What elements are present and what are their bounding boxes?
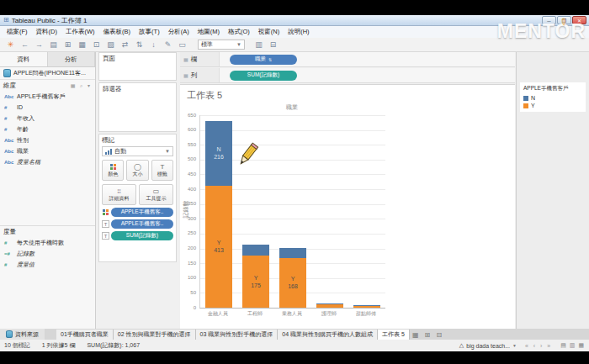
bar-segment[interactable] <box>316 303 343 308</box>
filters-card[interactable]: 篩選器 <box>98 82 177 132</box>
undo-icon[interactable]: ← <box>19 40 31 49</box>
rows-shelf-area[interactable]: SUM(記錄數) <box>219 68 515 82</box>
x-category-label: 工程師 <box>236 310 273 318</box>
legend-item-label: Y <box>531 103 535 108</box>
worksheet-tab-0[interactable]: 01手機購買者職業 <box>56 330 114 340</box>
marks-pills: APPLE手機舊客..TAPPLE手機舊客..TSUM(記錄數) <box>102 208 173 240</box>
labels-icon[interactable]: ▭ <box>176 40 188 49</box>
view-toggle-icons[interactable]: ▤ ▥ ▦ <box>560 342 585 349</box>
mark-type-dropdown[interactable]: 自動 ▼ <box>102 146 173 156</box>
field-item[interactable]: #ID <box>0 102 95 113</box>
field-item[interactable]: Abc度量名稱 <box>0 156 95 167</box>
new-data-source-icon[interactable]: ⊞ <box>61 40 74 49</box>
grid-icon: ▦ <box>183 56 188 62</box>
fit-dropdown-value: 標準 <box>201 40 213 49</box>
data-pane-tab-data[interactable]: 資料 <box>0 52 48 66</box>
redo-icon[interactable]: → <box>33 40 45 49</box>
columns-shelf-area[interactable]: 職業⇅ <box>219 52 515 66</box>
account-menu[interactable]: △ big dada teach... ▼ <box>459 342 517 349</box>
menu-item-5[interactable]: 分析(A) <box>164 28 194 36</box>
legend-item[interactable]: N <box>523 94 582 102</box>
legend-item[interactable]: Y <box>523 102 582 109</box>
save-icon[interactable]: ▤ <box>47 40 60 49</box>
worksheet-tab-2[interactable]: 03 職業與性別對手機的選擇 <box>196 330 279 340</box>
marks-button-label[interactable]: T標籤 <box>151 160 173 181</box>
clear-sheet-icon[interactable]: ▨ <box>104 40 117 49</box>
marks-field-pill[interactable]: APPLE手機舊客.. <box>111 208 173 217</box>
field-item[interactable]: Abc性別 <box>0 135 95 145</box>
bar-segment[interactable] <box>242 245 269 256</box>
window-title: Tableau Public - 工作簿 1 <box>12 16 88 25</box>
data-pane-tab-analytics[interactable]: 分析 <box>48 52 96 66</box>
y-tick-label: 500 <box>180 156 196 161</box>
worksheet-tab-1[interactable]: 02 性別與職業對手機的選擇 <box>114 330 196 340</box>
field-item[interactable]: =#記錄數 <box>0 248 95 259</box>
menu-item-1[interactable]: 資料(D) <box>32 28 61 36</box>
new-story-tab-icon[interactable]: ⊟ <box>433 330 445 340</box>
sheet-pager-controls[interactable]: « ‹ › » <box>525 343 552 349</box>
field-label: 年齡 <box>17 125 29 134</box>
measure-type-icon: # <box>4 240 17 245</box>
data-source-tab[interactable]: 資料來源 <box>0 329 45 340</box>
show-me-icon[interactable]: ⊟ <box>267 40 279 49</box>
new-worksheet-tab-icon[interactable]: ▦ <box>410 330 422 340</box>
field-item[interactable]: Abc職業 <box>0 145 95 156</box>
new-worksheet-icon[interactable]: ▦ <box>76 40 88 49</box>
shelf-field-pill[interactable]: SUM(記錄數) <box>230 71 297 81</box>
color-legend-card: APPLE手機舊客戶 NY <box>520 82 586 112</box>
bar-chart-icon <box>105 149 112 155</box>
worksheet-tab-3[interactable]: 04 職業與性別購買手機的人數組成 <box>278 330 378 340</box>
new-dashboard-tab-icon[interactable]: ⊞ <box>422 330 433 340</box>
pencil-cursor-icon <box>234 141 259 171</box>
marks-button-detail[interactable]: ⁞⁞詳細資料 <box>102 184 136 205</box>
menu-item-0[interactable]: 檔案(F) <box>3 28 32 36</box>
field-item[interactable]: #年收入 <box>0 113 95 124</box>
menu-item-6[interactable]: 地圖(M) <box>194 28 224 36</box>
bar-segment[interactable] <box>353 305 380 306</box>
bar-segment[interactable] <box>279 248 306 258</box>
marks-field-pill[interactable]: APPLE手機舊客.. <box>111 219 173 229</box>
marks-button-color[interactable]: 顏色 <box>102 160 124 181</box>
field-label: 性別 <box>17 136 29 145</box>
sort-ascending-icon[interactable]: ⇅ <box>133 40 146 49</box>
fit-dropdown[interactable]: 標準 ▼ <box>198 40 245 50</box>
marks-button-label: 工具提示 <box>146 195 167 203</box>
marks-button-tooltip[interactable]: ▭工具提示 <box>139 184 173 205</box>
sort-descending-icon[interactable]: ↓ <box>147 40 160 49</box>
menu-item-7[interactable]: 格式(O) <box>224 28 254 36</box>
presentation-mode-icon[interactable]: ▥ <box>252 40 265 49</box>
rows-shelf: ▦ 列 SUM(記錄數) <box>180 68 515 83</box>
highlight-icon[interactable]: ✎ <box>162 40 174 49</box>
menu-item-8[interactable]: 視窗(N) <box>254 28 284 36</box>
field-item[interactable]: #度量值 <box>0 259 95 270</box>
marks-field-pill[interactable]: SUM(記錄數) <box>111 231 173 240</box>
columns-shelf-label: ▦ 欄 <box>180 55 219 64</box>
field-item[interactable]: AbcAPPLE手機舊客戶 <box>0 91 95 102</box>
measure-type-icon: =# <box>4 251 17 256</box>
field-item[interactable]: #每天使用手機時數 <box>0 237 95 248</box>
worksheet-tab-4[interactable]: 工作表 5 <box>378 330 410 340</box>
field-label: 度量名稱 <box>17 158 40 166</box>
y-tick-label: 100 <box>180 275 196 280</box>
tableau-logo-icon[interactable]: ✳ <box>4 40 17 49</box>
marks-button-size[interactable]: ◯大小 <box>126 160 148 181</box>
tableau-app-icon: ⊞ <box>3 17 9 24</box>
measure-type-icon: # <box>4 262 17 267</box>
menu-item-3[interactable]: 儀表板(B) <box>99 28 135 36</box>
y-tick-label: 550 <box>180 142 196 147</box>
fields-menu-icons[interactable]: ▦ ⌕ ▾ <box>71 82 92 89</box>
menu-item-4[interactable]: 故事(T) <box>135 28 164 36</box>
shelf-field-pill[interactable]: 職業⇅ <box>230 55 297 65</box>
data-source-item[interactable]: APPLE問卷(IPHONE11客... <box>0 67 95 80</box>
field-label: 每天使用手機時數 <box>17 239 64 247</box>
y-tick-label: 50 <box>180 290 196 295</box>
pages-card[interactable]: 頁面 <box>98 52 177 81</box>
menu-item-9[interactable]: 說明(H) <box>284 28 313 36</box>
field-label: 年收入 <box>17 114 34 123</box>
field-item[interactable]: #年齡 <box>0 124 95 135</box>
swap-axes-icon[interactable]: ⇄ <box>119 40 131 49</box>
duplicate-icon[interactable]: ⊡ <box>90 40 103 49</box>
bar-segment[interactable] <box>353 306 380 308</box>
menu-item-2[interactable]: 工作表(W) <box>61 28 99 36</box>
legend-items: NY <box>523 94 582 109</box>
